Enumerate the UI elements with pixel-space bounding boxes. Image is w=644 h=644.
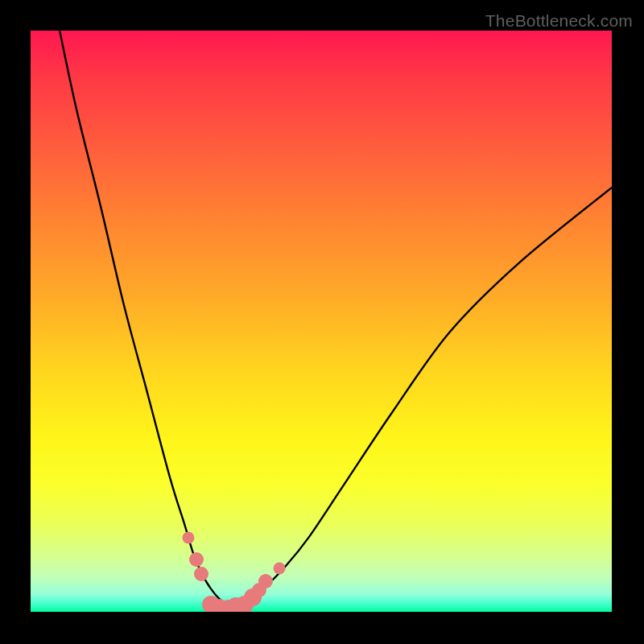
marker-point <box>189 552 204 567</box>
marker-point <box>258 574 273 588</box>
plot-area <box>31 31 612 612</box>
curves-layer <box>31 31 612 612</box>
watermark: TheBottleneck.com <box>485 11 633 31</box>
left-branch-curve <box>60 31 228 605</box>
right-branch-curve <box>229 188 613 605</box>
marker-point <box>274 562 286 574</box>
marker-point <box>183 532 195 544</box>
marker-point <box>194 567 208 581</box>
